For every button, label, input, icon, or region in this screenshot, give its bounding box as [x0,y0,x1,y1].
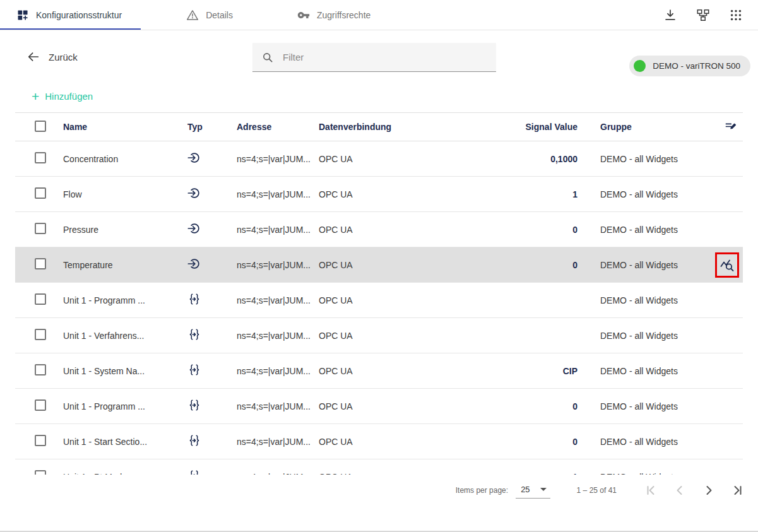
cell-adresse: ns=4;s=|var|JUM... [237,331,319,341]
apps-grid-button[interactable] [728,7,744,23]
table-row[interactable]: Unit 1 - Programm ... ns=4;s=|var|JUM...… [15,283,743,318]
status-dot [634,60,646,72]
table-row[interactable]: Pressure ns=4;s=|var|JUM... OPC UA 0 DEM… [15,212,743,247]
row-checkbox[interactable] [35,364,46,375]
add-label: Hinzufügen [45,91,93,102]
table-row[interactable]: Unit 1 - System Na... ns=4;s=|var|JUM...… [15,353,743,389]
table-row[interactable]: Temperature ns=4;s=|var|JUM... OPC UA 0 … [15,247,743,283]
analog-input-icon [187,222,201,235]
cell-datenverbindung: OPC UA [319,331,499,341]
hierarchy-icon [696,8,710,22]
cell-gruppe: DEMO - all Widgets [577,154,713,164]
cell-adresse: ns=4;s=|var|JUM... [237,437,319,447]
string-input-icon [187,328,201,341]
tab-zugriffsrechte[interactable]: Zugriffsrechte [281,0,389,30]
table-row[interactable]: Unit 1 - Pt Mod... ns=4;s=|var|JUM... OP… [15,459,743,475]
table-row[interactable]: Unit 1 - Verfahrens... ns=4;s=|var|JUM..… [15,318,743,353]
tab-label: Zugriffsrechte [317,10,370,20]
first-page-button [642,482,660,499]
cell-datenverbindung: OPC UA [319,225,499,235]
next-page-button[interactable] [700,482,718,499]
cell-name: Flow [63,189,180,199]
back-button[interactable]: Zurück [23,49,81,64]
cell-name: Unit 1 - Programm ... [63,295,180,305]
cell-typ [180,151,237,167]
items-per-page-label: Items per page: [456,486,508,495]
row-checkbox[interactable] [35,329,46,340]
string-input-icon [187,363,201,377]
cell-gruppe: DEMO - all Widgets [577,401,713,411]
search-icon [261,51,274,64]
last-page-button[interactable] [729,482,747,499]
cell-typ [180,257,237,273]
tab-bar: Konfigurationsstruktur Details [0,0,758,30]
cell-adresse: ns=4;s=|var|JUM... [237,401,319,411]
cell-gruppe: DEMO - all Widgets [577,189,713,199]
header-signal-value: Signal Value [499,122,577,132]
cell-actions [713,252,743,278]
table-row[interactable]: Unit 1 - Programm ... ns=4;s=|var|JUM...… [15,389,743,424]
key-icon [297,9,310,21]
cell-signal-value: 0 [499,260,577,270]
trend-annotation-box [715,252,739,278]
cell-adresse: ns=4;s=|var|JUM... [237,154,319,164]
cell-adresse: ns=4;s=|var|JUM... [237,260,319,270]
apps-grid-icon [729,8,743,22]
table-row[interactable]: Flow ns=4;s=|var|JUM... OPC UA 1 DEMO - … [15,177,743,212]
row-checkbox[interactable] [35,187,46,199]
pagination-bar: Items per page: 25 1 – 25 of 41 [0,475,758,506]
row-checkbox[interactable] [35,399,46,411]
cell-datenverbindung: OPC UA [319,154,499,164]
device-badge[interactable]: DEMO - variTRON 500 [629,56,750,76]
row-checkbox[interactable] [35,293,46,305]
cell-typ [180,469,237,475]
back-label: Zurück [49,52,78,62]
row-checkbox[interactable] [35,258,46,269]
items-per-page-select[interactable]: 25 [516,483,550,499]
cell-signal-value: 1 [499,189,577,199]
cell-adresse: ns=4;s=|var|JUM... [237,295,319,305]
cell-datenverbindung: OPC UA [319,366,499,376]
row-checkbox[interactable] [35,470,46,475]
table-row[interactable]: Concentration ns=4;s=|var|JUM... OPC UA … [15,141,743,177]
cell-gruppe: DEMO - all Widgets [577,437,713,447]
cell-typ [180,186,237,202]
warning-icon [186,9,199,21]
cell-name: Temperature [63,260,180,270]
last-page-icon [730,483,745,498]
analog-input-icon [187,186,201,200]
filter-input[interactable] [281,51,487,63]
widgets-icon [16,9,29,21]
pagination-range: 1 – 25 of 41 [577,486,617,495]
string-input-icon [187,292,201,306]
cell-name: Unit 1 - Programm ... [63,401,180,411]
row-checkbox[interactable] [35,223,46,234]
signal-analysis-icon[interactable] [720,257,735,273]
cell-typ [180,398,237,414]
edit-columns-button[interactable] [723,119,739,135]
select-all-checkbox[interactable] [35,121,46,132]
tab-konfigurationsstruktur[interactable]: Konfigurationsstruktur [0,0,141,30]
analog-input-icon [187,257,201,271]
hierarchy-button[interactable] [695,7,711,23]
app-root: Konfigurationsstruktur Details [0,0,758,506]
table-row[interactable]: Unit 1 - Start Sectio... ns=4;s=|var|JUM… [15,424,743,459]
tab-details[interactable]: Details [170,0,252,30]
table-header-row: Name Typ Adresse Datenverbindung Signal … [15,112,743,141]
add-button[interactable]: + Hinzufügen [28,90,97,102]
row-checkbox[interactable] [35,152,46,163]
tab-label: Konfigurationsstruktur [36,10,122,20]
cell-adresse: ns=4;s=|var|JUM... [237,225,319,235]
cell-typ [180,363,237,379]
header-typ: Typ [180,122,237,132]
string-input-icon [187,434,201,447]
back-arrow-icon [27,50,40,64]
cell-signal-value: 0 [499,225,577,235]
header-datenverbindung: Datenverbindung [319,122,499,132]
download-button[interactable] [662,7,678,23]
device-badge-label: DEMO - variTRON 500 [653,61,740,71]
chevron-down-icon [540,488,547,491]
filter-field [252,43,496,72]
cell-typ [180,328,237,343]
row-checkbox[interactable] [35,435,46,446]
